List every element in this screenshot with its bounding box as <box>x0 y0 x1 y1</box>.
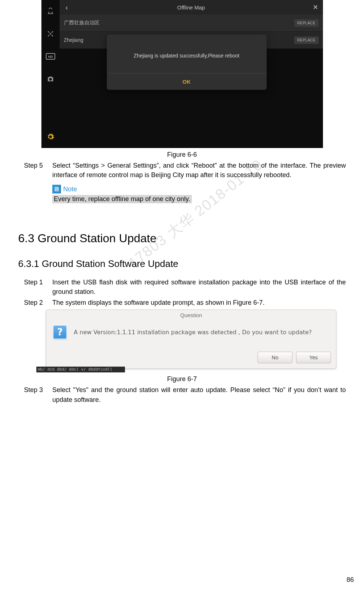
step-text: The system displays the software update … <box>52 298 346 307</box>
svg-point-0 <box>50 33 51 35</box>
figure-6-7: Question ? A new Version:1.1.11 installa… <box>46 310 336 369</box>
section-6-3-heading: 6.3 Ground Station Update <box>18 232 346 245</box>
step-label: Step 3 <box>24 385 52 404</box>
note-label: Note <box>63 185 77 193</box>
replace-button[interactable]: REPLACE <box>294 36 318 44</box>
modal-message: Zhejiang is updated successfully,Please … <box>107 35 267 73</box>
update-success-modal: Zhejiang is updated successfully,Please … <box>107 35 267 90</box>
back-icon[interactable]: ‹ <box>60 3 74 12</box>
step-text: Select “Settings > General Settings”, an… <box>52 161 346 180</box>
yes-button[interactable]: Yes <box>296 352 331 363</box>
dialog-title: Question <box>46 310 336 318</box>
step-2: Step 2 The system displays the software … <box>24 298 346 307</box>
fig66-header: ‹ Offline Map ✕ <box>60 0 323 15</box>
figure-6-7-caption: Figure 6-7 <box>18 375 346 383</box>
gear-icon[interactable] <box>46 132 55 141</box>
map-row-name: 广西壮族自治区 <box>64 20 100 26</box>
figure-6-6: HD ‹ Offline Map ✕ 广西壮族自治区 REPLACE Zheji… <box>41 0 323 148</box>
note-icon <box>52 185 61 193</box>
fig66-sidebar: HD <box>41 0 60 148</box>
step-3: Step 3 Select "Yes" and the ground stati… <box>24 385 346 404</box>
step-text: Insert the USB flash disk with required … <box>52 277 346 296</box>
close-icon[interactable]: ✕ <box>308 3 323 11</box>
section-6-3-1-heading: 6.3.1 Ground Station Software Update <box>18 258 346 269</box>
camera-icon[interactable] <box>46 74 55 84</box>
hd-icon[interactable]: HD <box>46 52 55 61</box>
page-number: 86 <box>347 576 354 584</box>
step-label: Step 5 <box>24 161 52 180</box>
map-row-name: Zhejiang <box>64 37 84 43</box>
replace-button[interactable]: REPLACE <box>294 19 318 27</box>
dialog-message: A new Version:1.1.11 installation packag… <box>74 329 312 336</box>
svg-text:HD: HD <box>48 55 53 59</box>
map-row: 广西壮族自治区 REPLACE <box>60 15 323 32</box>
step-5: Step 5 Select “Settings > General Settin… <box>24 161 346 180</box>
no-button[interactable]: No <box>258 352 292 363</box>
question-icon: ? <box>53 325 67 339</box>
antenna-icon[interactable] <box>46 7 55 16</box>
step-label: Step 1 <box>24 277 52 296</box>
drone-icon[interactable] <box>46 29 55 39</box>
figure-6-6-caption: Figure 6-6 <box>18 151 346 159</box>
step-1: Step 1 Insert the USB flash disk with re… <box>24 277 346 296</box>
note-block: Note Every time, replace offline map of … <box>52 185 346 203</box>
terminal-strip: mb/ dcb dbd/ ddcl v/ dbddtcvdll <box>36 367 125 372</box>
step-text: Select "Yes" and the ground station will… <box>52 385 346 404</box>
note-text: Every time, replace offline map of one c… <box>52 195 192 203</box>
ok-button[interactable]: OK <box>107 73 267 90</box>
step-label: Step 2 <box>24 298 52 307</box>
fig66-title: Offline Map <box>74 4 308 11</box>
